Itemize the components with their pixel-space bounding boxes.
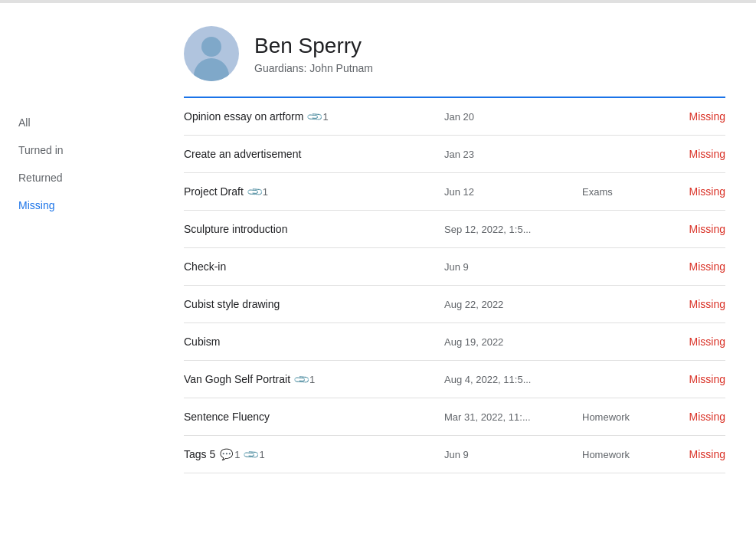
assignment-name: Sculpture introduction — [184, 223, 444, 235]
table-row[interactable]: Sentence Fluency Mar 31, 2022, 11:... Ho… — [184, 398, 725, 436]
table-row[interactable]: Sculpture introduction Sep 12, 2022, 1:5… — [184, 211, 725, 248]
assignment-date: Jun 9 — [444, 261, 582, 273]
assignment-name: Project Draft 📎 1 — [184, 185, 444, 198]
assignment-name: Sentence Fluency — [184, 411, 444, 423]
comment-badge: 💬 1 — [220, 448, 240, 460]
assignment-status: Missing — [674, 185, 725, 198]
assignment-category: Exams — [582, 186, 674, 198]
attachment-icon: 📎 — [242, 445, 260, 463]
assignment-name: Check-in — [184, 260, 444, 273]
sidebar-item-all[interactable]: All — [12, 110, 153, 135]
assignment-name: Cubist style drawing — [184, 298, 444, 310]
assignment-list: Opinion essay on artform 📎 1 Jan 20 Miss… — [184, 98, 725, 473]
assignment-category: Homework — [582, 411, 674, 423]
assignment-status: Missing — [674, 373, 725, 385]
assignment-status: Missing — [674, 110, 725, 123]
table-row[interactable]: Opinion essay on artform 📎 1 Jan 20 Miss… — [184, 98, 725, 136]
attachment-icon: 📎 — [306, 107, 323, 125]
assignment-date: Aug 4, 2022, 11:5... — [444, 374, 582, 385]
attachment-badge: 📎 1 — [295, 373, 315, 385]
profile-guardians: Guardians: John Putnam — [254, 62, 373, 74]
avatar — [184, 26, 239, 81]
assignment-status: Missing — [674, 223, 725, 235]
assignment-name: Tags 5 💬 1 📎 1 — [184, 448, 444, 460]
table-row[interactable]: Check-in Jun 9 Missing — [184, 248, 725, 286]
assignment-date: Aug 22, 2022 — [444, 299, 582, 310]
attachment-badge: 📎 1 — [308, 110, 328, 123]
sidebar: All Turned in Returned Missing — [0, 3, 153, 550]
assignment-status: Missing — [674, 411, 725, 423]
avatar-body — [194, 58, 229, 81]
assignment-date: Mar 31, 2022, 11:... — [444, 411, 582, 423]
attachment-badge: 📎 1 — [248, 185, 268, 198]
avatar-head — [201, 37, 221, 57]
profile-info: Ben Sperry Guardians: John Putnam — [254, 33, 373, 74]
assignment-category: Homework — [582, 449, 674, 460]
assignment-name: Create an advertisement — [184, 148, 444, 160]
sidebar-item-returned[interactable]: Returned — [12, 165, 153, 190]
layout: All Turned in Returned Missing Ben Sperr… — [0, 3, 756, 550]
sidebar-item-missing[interactable]: Missing — [12, 193, 153, 218]
assignment-status: Missing — [674, 448, 725, 460]
profile-name: Ben Sperry — [254, 33, 373, 59]
assignment-date: Aug 19, 2022 — [444, 336, 582, 348]
profile-header: Ben Sperry Guardians: John Putnam — [184, 3, 725, 97]
table-row[interactable]: Tags 5 💬 1 📎 1 Jun 9 Homework Missing — [184, 436, 725, 473]
attachment-icon: 📎 — [246, 182, 263, 200]
assignment-date: Jun 9 — [444, 449, 582, 460]
table-row[interactable]: Create an advertisement Jan 23 Missing — [184, 136, 725, 173]
assignment-name: Opinion essay on artform 📎 1 — [184, 110, 444, 123]
attachment-icon: 📎 — [293, 370, 310, 388]
assignment-date: Jan 23 — [444, 149, 582, 160]
attachment-badge: 📎 1 — [244, 448, 264, 460]
assignment-date: Jun 12 — [444, 186, 582, 198]
avatar-inner — [184, 26, 239, 81]
sidebar-item-turned-in[interactable]: Turned in — [12, 138, 153, 162]
assignment-status: Missing — [674, 336, 725, 348]
comment-icon: 💬 — [220, 448, 233, 460]
assignment-date: Jan 20 — [444, 111, 582, 123]
assignment-date: Sep 12, 2022, 1:5... — [444, 224, 582, 235]
assignment-status: Missing — [674, 260, 725, 273]
table-row[interactable]: Van Gogh Self Portrait 📎 1 Aug 4, 2022, … — [184, 361, 725, 398]
assignment-name: Van Gogh Self Portrait 📎 1 — [184, 373, 444, 385]
assignment-status: Missing — [674, 148, 725, 160]
assignment-status: Missing — [674, 298, 725, 310]
table-row[interactable]: Cubism Aug 19, 2022 Missing — [184, 323, 725, 361]
table-row[interactable]: Project Draft 📎 1 Jun 12 Exams Missing — [184, 173, 725, 211]
table-row[interactable]: Cubist style drawing Aug 22, 2022 Missin… — [184, 286, 725, 323]
main-content: Ben Sperry Guardians: John Putnam Opinio… — [153, 3, 756, 550]
assignment-name: Cubism — [184, 336, 444, 348]
